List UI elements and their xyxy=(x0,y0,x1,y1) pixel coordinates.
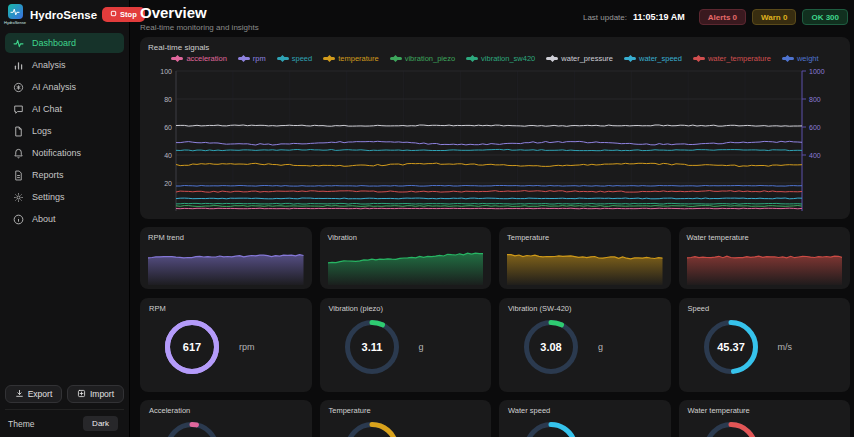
gauge-title: Acceleration xyxy=(149,406,303,415)
import-button[interactable]: Import xyxy=(67,385,124,403)
sparkline-card-rpm-trend: RPM trend xyxy=(140,227,312,289)
stop-icon xyxy=(110,10,117,19)
app-logo: HydroSense xyxy=(5,4,25,25)
sidebar-item-notifications[interactable]: Notifications xyxy=(5,143,124,163)
gear-icon xyxy=(13,192,24,203)
sidebar-item-label: Analysis xyxy=(32,60,66,70)
svg-text:617: 617 xyxy=(183,341,201,353)
sidebar-item-label: About xyxy=(32,214,56,224)
gauge xyxy=(688,418,842,437)
file-icon xyxy=(13,126,24,137)
legend-label: vibration_piezo xyxy=(405,54,455,63)
gauge-card-speed: Speed45.37m/s xyxy=(679,298,851,392)
gauge-card-rpm: RPM617rpm xyxy=(140,298,312,392)
gauge-card-vibration-sw-420: Vibration (SW-420)3.08g xyxy=(499,298,671,392)
legend-label: water_temperature xyxy=(708,54,771,63)
chart-title: Real-time signals xyxy=(148,43,842,52)
sidebar-item-reports[interactable]: Reports xyxy=(5,165,124,185)
sidebar-item-ai-chat[interactable]: AI Chat xyxy=(5,99,124,119)
chat-icon xyxy=(13,104,24,115)
legend-label: acceleration xyxy=(186,54,226,63)
header-status: Last update: 11:05:19 AM Alerts 0Warn 0O… xyxy=(583,5,850,25)
sparkline-chart-vibration xyxy=(328,245,484,285)
report-icon xyxy=(13,170,24,181)
sidebar-item-label: AI Analysis xyxy=(32,82,76,92)
ai-icon xyxy=(13,82,24,93)
status-badge-ok: OK 300 xyxy=(802,9,848,25)
status-badge-alert: Alerts 0 xyxy=(699,9,746,25)
legend-marker xyxy=(323,57,335,60)
sidebar-item-about[interactable]: About xyxy=(5,209,124,229)
svg-text:3.08: 3.08 xyxy=(540,341,561,353)
sparkline-chart-temperature xyxy=(507,245,663,285)
legend-item-rpm[interactable]: rpm xyxy=(238,54,266,63)
gauge-title: Vibration (piezo) xyxy=(329,304,483,313)
legend-marker xyxy=(782,57,794,60)
export-button-label: Export xyxy=(28,389,53,399)
legend-item-vibration-piezo[interactable]: vibration_piezo xyxy=(390,54,455,63)
legend-label: speed xyxy=(292,54,312,63)
legend-marker xyxy=(466,57,478,60)
legend-marker xyxy=(546,57,558,60)
bottom-gauge-row: AccelerationTemperatureWater speedWater … xyxy=(140,400,850,437)
gauge-unit: g xyxy=(419,342,424,352)
legend-label: water_speed xyxy=(639,54,682,63)
gauge xyxy=(508,418,662,437)
sparkline-card-vibration: Vibration xyxy=(320,227,492,289)
gauge: 617rpm xyxy=(149,316,303,378)
sidebar-item-settings[interactable]: Settings xyxy=(5,187,124,207)
legend-item-speed[interactable]: speed xyxy=(277,54,312,63)
svg-text:100: 100 xyxy=(160,68,172,75)
sidebar-item-logs[interactable]: Logs xyxy=(5,121,124,141)
gauge-card-water-speed: Water speed xyxy=(499,400,671,437)
gauge-card-water-temperature: Water temperature xyxy=(679,400,851,437)
sparkline-title: RPM trend xyxy=(148,233,304,242)
gauge-title: Speed xyxy=(688,304,842,313)
sparkline-card-water-temperature: Water temperature xyxy=(679,227,851,289)
status-badges: Alerts 0Warn 0OK 300 xyxy=(699,9,848,25)
gauge: 3.11g xyxy=(329,316,483,378)
sidebar-nav: DashboardAnalysisAI AnalysisAI ChatLogsN… xyxy=(0,28,129,229)
import-icon xyxy=(77,389,86,400)
sparkline-chart-water-temperature xyxy=(687,245,843,285)
legend-item-water-speed[interactable]: water_speed xyxy=(624,54,682,63)
gauge-card-vibration-piezo: Vibration (piezo)3.11g xyxy=(320,298,492,392)
theme-label: Theme xyxy=(8,419,34,429)
legend-label: temperature xyxy=(338,54,378,63)
status-badge-warn: Warn 0 xyxy=(752,9,796,25)
sparkline-title: Water temperature xyxy=(687,233,843,242)
app-title: HydroSense xyxy=(30,9,97,21)
sparkline-chart-rpm-trend xyxy=(148,245,304,285)
download-icon xyxy=(15,389,24,400)
legend-item-vibration-sw420[interactable]: vibration_sw420 xyxy=(466,54,535,63)
svg-text:400: 400 xyxy=(809,152,821,159)
last-update-time: 11:05:19 AM xyxy=(633,12,685,22)
legend-item-temperature[interactable]: temperature xyxy=(323,54,378,63)
legend-item-acceleration[interactable]: acceleration xyxy=(171,54,226,63)
sidebar-item-label: Settings xyxy=(32,192,65,202)
svg-text:60: 60 xyxy=(164,124,172,131)
theme-toggle-button[interactable]: Dark xyxy=(83,416,118,431)
gauge-title: Water speed xyxy=(508,406,662,415)
sidebar-item-dashboard[interactable]: Dashboard xyxy=(5,33,124,53)
sidebar-item-label: Dashboard xyxy=(32,38,76,48)
page-title: Overview xyxy=(140,5,259,22)
legend-item-water-temperature[interactable]: water_temperature xyxy=(693,54,771,63)
page-subtitle: Real-time monitoring and insights xyxy=(140,23,259,32)
legend-marker xyxy=(171,57,183,60)
gauge-title: Vibration (SW-420) xyxy=(508,304,662,313)
legend-item-weight[interactable]: weight xyxy=(782,54,819,63)
gauge-title: RPM xyxy=(149,304,303,313)
legend-item-water-pressure[interactable]: water_pressure xyxy=(546,54,613,63)
export-button[interactable]: Export xyxy=(5,385,62,403)
legend-marker xyxy=(277,57,289,60)
sparkline-title: Temperature xyxy=(507,233,663,242)
legend-label: rpm xyxy=(253,54,266,63)
bell-icon xyxy=(13,148,24,159)
main-content: Overview Real-time monitoring and insigh… xyxy=(131,0,854,437)
sidebar-item-ai-analysis[interactable]: AI Analysis xyxy=(5,77,124,97)
sidebar-item-analysis[interactable]: Analysis xyxy=(5,55,124,75)
sparkline-row: RPM trendVibrationTemperatureWater tempe… xyxy=(140,227,850,289)
realtime-signals-card: Real-time signals accelerationrpmspeedte… xyxy=(140,37,850,219)
legend-marker xyxy=(624,57,636,60)
